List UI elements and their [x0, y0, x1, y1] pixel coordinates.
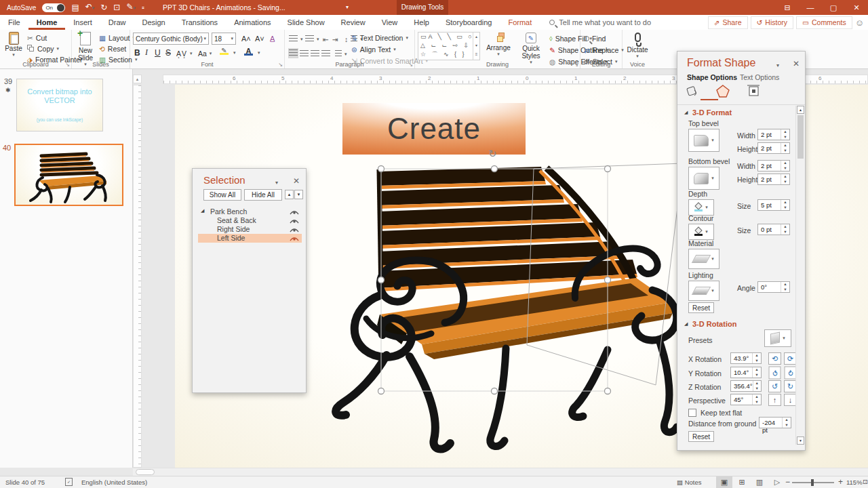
format-pane-close-icon[interactable]: ✕ — [793, 59, 800, 68]
align-left-button[interactable] — [288, 48, 298, 58]
top-bevel-width-spinner[interactable]: 2 pt▲▼ — [757, 129, 790, 140]
rotate-ccw-button[interactable]: ↺ — [768, 380, 781, 392]
collapse-triangle-icon[interactable]: ◢ — [684, 110, 688, 115]
bottom-bevel-height-spinner[interactable]: 2 pt▲▼ — [757, 174, 790, 185]
dictate-button[interactable]: Dictate▾ — [625, 33, 650, 59]
contour-size-spinner[interactable]: 0 pt▲▼ — [757, 224, 790, 235]
feedback-smiley-icon[interactable]: ☺ — [855, 18, 864, 28]
drawing-dialog-launcher[interactable]: ↘ — [574, 62, 578, 68]
shapes-gallery[interactable]: ▭A ╲ ╲ ▭ ○ △ ⌙ ⌙ ⇨ ⇩ ☆ ⌒ ∿ { } ▴▾≡ — [418, 32, 480, 60]
tab-transitions[interactable]: Transitions — [174, 15, 226, 30]
lighting-picker[interactable]: ▾ — [688, 281, 719, 301]
bottom-bevel-picker[interactable]: ▾ — [688, 167, 719, 190]
zoom-level[interactable]: 115% — [846, 479, 863, 486]
x-rotation-spinner[interactable]: 43.9°▲▼ — [730, 352, 762, 364]
format-pane-scrollbar[interactable]: ▲ ▼ — [795, 106, 804, 445]
scroll-up-button[interactable]: ▲ — [133, 75, 142, 83]
font-dialog-launcher[interactable]: ↘ — [278, 62, 283, 68]
font-family-combo[interactable]: Century Gothic (Body)▾ — [133, 33, 209, 45]
show-all-button[interactable]: Show All — [203, 189, 241, 201]
scrollbar-down-arrow[interactable]: ▼ — [797, 436, 804, 445]
section-3d-rotation[interactable]: 3-D Rotation — [692, 320, 736, 328]
shrink-font-button[interactable]: A˅ — [255, 33, 264, 43]
slide-counter[interactable]: Slide 40 of 75 — [5, 479, 45, 486]
clipboard-dialog-launcher[interactable]: ↘ — [65, 62, 70, 68]
copy-button[interactable]: Copy▾ — [27, 43, 59, 54]
bullets-button[interactable]: ▾ — [289, 34, 303, 44]
rotate-left-button[interactable]: ⟲ — [768, 352, 781, 365]
section-3d-format[interactable]: 3-D Format — [692, 108, 732, 117]
tab-slideshow[interactable]: Slide Show — [279, 15, 333, 30]
paragraph-dialog-launcher[interactable]: ↘ — [408, 62, 413, 68]
reset-button[interactable]: ⟲Reset — [99, 43, 126, 54]
selection-pane-close-icon[interactable]: ✕ — [293, 176, 300, 186]
strikethrough-button[interactable]: S — [165, 47, 171, 58]
selection-pane-menu-icon[interactable]: ▾ — [275, 180, 278, 186]
quick-styles-button[interactable]: ✎ Quick Styles▾ — [515, 33, 547, 65]
autosave-toggle[interactable]: On — [42, 3, 65, 12]
presets-picker[interactable]: ▾ — [764, 329, 791, 347]
slideshow-view-button[interactable]: ▷ — [769, 476, 785, 488]
contour-color-picker[interactable]: ▾ — [688, 224, 714, 240]
title-dropdown-icon[interactable]: ▾ — [346, 0, 349, 15]
selection-item-seat-back[interactable]: Seat & Back — [198, 216, 302, 225]
lighting-angle-spinner[interactable]: 0°▲▼ — [757, 281, 790, 293]
font-size-combo[interactable]: 18▾ — [212, 33, 236, 45]
rotate-down-button[interactable]: ⟳ — [785, 367, 797, 380]
font-color-dropdown[interactable]: ▾ — [258, 47, 260, 58]
language-status[interactable]: English (United States) — [81, 479, 147, 486]
columns-button[interactable]: ▾ — [335, 49, 347, 59]
increase-indent-button[interactable]: ⇥ — [332, 34, 338, 44]
selection-item-park-bench[interactable]: ◢ Park Bench — [198, 207, 302, 216]
start-slideshow-icon[interactable]: ⊡ — [113, 0, 120, 15]
tab-home[interactable]: Home — [28, 15, 66, 30]
change-case-button[interactable]: Aa▾ — [198, 48, 212, 58]
font-color-button[interactable]: A — [244, 47, 253, 57]
replace-button[interactable]: ⇄Replace▾ — [584, 45, 624, 55]
normal-view-button[interactable]: ▣ — [716, 476, 732, 488]
reading-view-button[interactable]: ▥ — [751, 476, 768, 488]
visibility-eye-icon[interactable] — [290, 235, 299, 243]
redo-icon[interactable]: ↻ — [100, 0, 107, 15]
y-rotation-spinner[interactable]: 10.4°▲▼ — [730, 367, 762, 378]
cut-button[interactable]: ✂Cut — [27, 33, 47, 43]
pen-icon[interactable]: ✎▾ — [126, 0, 136, 16]
slide-40-thumbnail[interactable] — [14, 144, 123, 206]
shapes-gallery-scrollbar[interactable]: ▴▾≡ — [473, 33, 479, 60]
format-pane-menu-icon[interactable]: ▾ — [776, 62, 779, 68]
selection-item-right-side[interactable]: Right Side — [198, 225, 302, 234]
tab-animations[interactable]: Animations — [226, 15, 279, 30]
top-bevel-picker[interactable]: ▾ — [688, 129, 719, 152]
park-bench-art[interactable] — [292, 139, 705, 464]
highlight-color-button[interactable]: ✎ — [220, 47, 229, 57]
italic-button[interactable]: I — [145, 47, 148, 58]
tab-view[interactable]: View — [374, 15, 406, 30]
quick-access-more-icon[interactable]: ⹀ — [142, 0, 144, 15]
slide-sorter-view-button[interactable]: ⊞ — [734, 476, 750, 488]
tab-draw[interactable]: Draw — [100, 15, 134, 30]
tab-text-options[interactable]: Text Options — [740, 73, 779, 81]
close-button[interactable]: ✕ — [845, 0, 868, 15]
notes-toggle[interactable]: ▤ Notes — [677, 479, 701, 486]
justify-button[interactable] — [321, 49, 330, 59]
restore-button[interactable]: ▢ — [822, 0, 845, 15]
horizontal-scrollbar[interactable] — [133, 468, 868, 476]
arrange-button[interactable]: Arrange▾ — [483, 33, 514, 57]
align-right-button[interactable] — [311, 49, 319, 59]
character-spacing-button[interactable]: A͕V͔ ▾ — [176, 48, 193, 58]
share-button[interactable]: ⇗Share — [708, 16, 748, 29]
tab-review[interactable]: Review — [333, 15, 374, 30]
narrow-field-button[interactable]: ↑ — [768, 394, 781, 406]
send-backward-button[interactable]: ▼ — [294, 190, 303, 199]
tab-design[interactable]: Design — [134, 15, 173, 30]
rotation-3d-reset-button[interactable]: Reset — [688, 431, 714, 442]
selection-item-left-side[interactable]: Left Side — [198, 234, 302, 243]
depth-color-picker[interactable]: ▾ — [688, 199, 714, 216]
bottom-bevel-width-spinner[interactable]: 2 pt▲▼ — [757, 160, 790, 171]
comments-button[interactable]: ▭Comments — [796, 16, 852, 29]
scrollbar-thumb[interactable] — [797, 115, 804, 159]
zoom-slider-thumb[interactable] — [811, 479, 814, 486]
history-button[interactable]: ↺History — [751, 16, 793, 29]
grow-font-button[interactable]: A˄ — [241, 33, 251, 43]
depth-size-spinner[interactable]: 5 pt▲▼ — [757, 199, 790, 211]
